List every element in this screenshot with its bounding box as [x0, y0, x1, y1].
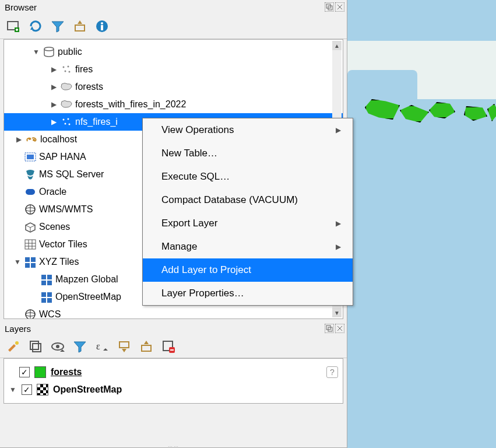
svg-rect-68: [119, 342, 129, 348]
filter-layers-icon[interactable]: [72, 339, 87, 354]
add-group-icon[interactable]: [28, 339, 43, 354]
layers-toolbar: ε: [0, 335, 347, 358]
refresh-icon[interactable]: [28, 19, 43, 34]
chevron-right-icon[interactable]: ▶: [50, 83, 58, 91]
scroll-down-icon[interactable]: ▼: [332, 308, 342, 317]
layers-panel: Layers ε: [0, 321, 347, 404]
svg-point-18: [65, 71, 66, 72]
expand-all-icon[interactable]: [117, 339, 132, 354]
menu-item-layer-properties[interactable]: Layer Properties…: [143, 282, 353, 305]
submenu-arrow-icon: ▶: [336, 243, 341, 251]
chevron-right-icon[interactable]: ▶: [50, 100, 58, 108]
svg-point-15: [44, 47, 54, 51]
collapse-all-icon[interactable]: [72, 19, 87, 34]
svg-rect-41: [31, 257, 36, 262]
layer-label: OpenStreetMap: [53, 384, 122, 395]
forest-polygon: [464, 106, 487, 121]
wms-icon: [24, 203, 37, 216]
svg-rect-43: [31, 263, 36, 268]
submenu-arrow-icon: ▶: [336, 126, 341, 134]
polygon-layer-icon: [60, 98, 73, 111]
chevron-down-icon[interactable]: ▼: [9, 386, 17, 394]
chevron-right-icon[interactable]: ▶: [50, 118, 58, 126]
svg-point-25: [33, 139, 35, 141]
svg-rect-46: [41, 281, 46, 285]
undock-icon[interactable]: [325, 324, 334, 333]
layer-checkbox[interactable]: ✓: [19, 367, 30, 377]
svg-point-13: [101, 22, 103, 24]
database-icon: [43, 46, 55, 58]
svg-marker-65: [74, 342, 86, 352]
svg-point-63: [56, 345, 59, 348]
svg-point-24: [29, 138, 31, 140]
svg-rect-28: [26, 189, 35, 195]
polygon-layer-icon: [60, 80, 73, 93]
svg-marker-8: [30, 26, 34, 30]
svg-line-33: [30, 225, 35, 228]
svg-rect-27: [27, 155, 34, 159]
scenes-icon: [24, 220, 37, 233]
forest-polygon: [487, 104, 496, 121]
menu-item-export-layer[interactable]: Export Layer ▶: [143, 212, 353, 235]
expression-icon[interactable]: ε: [94, 339, 110, 354]
svg-rect-10: [75, 25, 85, 31]
info-icon[interactable]: [94, 19, 110, 34]
chevron-down-icon[interactable]: ▼: [13, 258, 22, 266]
tree-item-public[interactable]: ▼ public: [4, 43, 343, 61]
svg-point-17: [68, 66, 69, 68]
filter-icon[interactable]: [50, 19, 65, 34]
water-inlet: [347, 70, 417, 105]
layer-item-osm[interactable]: ▼ ✓ OpenStreetMap: [9, 381, 338, 398]
browser-toolbar: [0, 14, 347, 39]
tree-item-wcs[interactable]: WCS: [4, 306, 343, 319]
svg-point-23: [69, 124, 71, 125]
tree-item-forests[interactable]: ▶ forests: [4, 78, 343, 96]
close-icon[interactable]: [335, 324, 344, 333]
svg-rect-51: [47, 298, 52, 303]
points-layer-icon: [60, 63, 73, 76]
menu-item-add-layer-to-project[interactable]: Add Layer to Project: [143, 258, 353, 282]
svg-rect-48: [41, 292, 46, 297]
layers-list[interactable]: ✓ forests ? ▼ ✓ OpenStreetMap: [3, 358, 343, 404]
context-menu: View Operations ▶ New Table… Execute SQL…: [142, 118, 353, 306]
svg-marker-69: [122, 349, 126, 352]
help-icon[interactable]: ?: [326, 366, 338, 378]
add-layer-icon[interactable]: [6, 19, 21, 34]
chevron-right-icon[interactable]: ▶: [50, 65, 58, 74]
tree-item-forests-with-fires[interactable]: ▶ forests_with_fires_in_2022: [4, 96, 343, 113]
oracle-icon: [24, 186, 37, 198]
layers-panel-title: Layers: [5, 324, 31, 334]
menu-item-manage[interactable]: Manage ▶: [143, 235, 353, 258]
browser-panel-title: Browser: [5, 2, 37, 12]
menu-item-new-table[interactable]: New Table…: [143, 142, 353, 165]
svg-point-19: [69, 71, 71, 73]
svg-rect-42: [25, 263, 30, 268]
raster-swatch-icon: [37, 384, 48, 396]
svg-point-59: [15, 341, 19, 345]
scroll-up-icon[interactable]: ▲: [332, 41, 342, 50]
menu-item-execute-sql[interactable]: Execute SQL…: [143, 165, 353, 188]
remove-layer-icon[interactable]: [161, 339, 176, 354]
xyztiles-icon: [24, 256, 37, 268]
chevron-right-icon[interactable]: ▶: [15, 135, 23, 144]
tree-item-fires[interactable]: ▶ fires: [4, 61, 343, 78]
svg-text:ε: ε: [96, 341, 100, 351]
menu-item-view-operations[interactable]: View Operations ▶: [143, 118, 353, 142]
panel-resize-grip[interactable]: ⋯⋯: [162, 444, 185, 447]
layers-panel-title-bar: Layers: [0, 321, 347, 335]
layer-item-forests[interactable]: ✓ forests ?: [9, 363, 338, 381]
collapse-all-layers-icon[interactable]: [139, 339, 154, 354]
chevron-down-icon[interactable]: ▼: [32, 48, 40, 56]
svg-rect-60: [30, 341, 38, 349]
svg-rect-44: [41, 275, 46, 279]
map-canvas[interactable]: [347, 0, 496, 448]
visibility-icon[interactable]: [50, 339, 65, 354]
close-icon[interactable]: [335, 2, 344, 12]
svg-marker-11: [78, 20, 82, 24]
svg-point-16: [63, 66, 65, 68]
svg-line-32: [26, 225, 30, 228]
menu-item-compact-vacuum[interactable]: Compact Database (VACUUM): [143, 188, 353, 212]
undock-icon[interactable]: [325, 2, 334, 12]
layer-checkbox[interactable]: ✓: [22, 384, 32, 395]
style-icon[interactable]: [6, 339, 21, 354]
